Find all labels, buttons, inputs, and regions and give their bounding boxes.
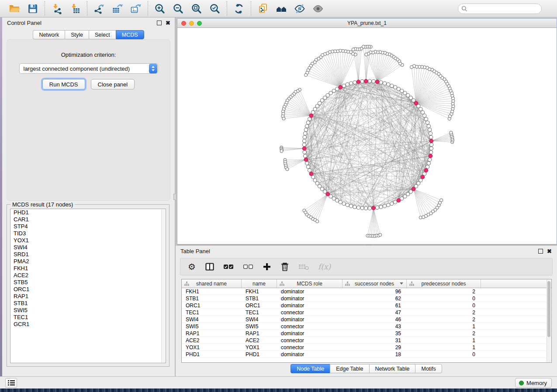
maximize-window-icon[interactable] — [197, 21, 202, 26]
cell-successor_nodes[interactable]: 43 — [343, 323, 407, 330]
cell-shared_name[interactable]: ORC1 — [182, 302, 242, 309]
table-row[interactable]: FKH1FKH1dominator962 — [182, 288, 551, 295]
cell-mcds_role[interactable]: dominator — [277, 302, 343, 309]
new-network-from-selection-icon[interactable] — [256, 2, 270, 16]
minimize-window-icon[interactable] — [189, 21, 194, 26]
cell-successor_nodes[interactable]: 62 — [343, 295, 407, 302]
network-graph[interactable] — [177, 28, 557, 244]
cell-name[interactable]: TEC1 — [242, 309, 277, 316]
cell-name[interactable]: PHD1 — [242, 351, 277, 358]
hide-selected-icon[interactable] — [293, 2, 307, 16]
deselect-all-icon[interactable] — [243, 261, 253, 272]
export-network-icon[interactable] — [92, 2, 106, 16]
mcds-list-scrollbar[interactable] — [161, 210, 165, 362]
cell-predecessor_nodes[interactable]: 0 — [407, 302, 481, 309]
mcds-result-item[interactable]: YOX1 — [10, 237, 166, 244]
cell-shared_name[interactable]: RAP1 — [182, 330, 242, 337]
cell-name[interactable]: YOX1 — [242, 344, 277, 351]
column-header-name[interactable]: name — [242, 279, 277, 288]
close-panel-button[interactable]: Close panel — [91, 79, 135, 89]
cell-predecessor_nodes[interactable]: 2 — [407, 309, 481, 316]
mcds-result-item[interactable]: STB5 — [10, 279, 166, 286]
zoom-in-icon[interactable] — [153, 2, 167, 16]
optimization-select[interactable]: largest connected component (undirected) — [19, 63, 158, 74]
tab-style[interactable]: Style — [65, 30, 89, 39]
table-row[interactable]: YOX1YOX1connector291 — [182, 344, 551, 351]
cell-shared_name[interactable]: TEC1 — [182, 309, 242, 316]
run-mcds-button[interactable]: Run MCDS — [42, 79, 85, 89]
network-window-titlebar[interactable]: YPA_prune.txt_1 — [177, 19, 557, 28]
memory-button[interactable]: Memory — [515, 378, 552, 388]
float-window-icon[interactable] — [157, 21, 162, 25]
cell-predecessor_nodes[interactable]: 1 — [407, 344, 481, 351]
cell-successor_nodes[interactable]: 46 — [343, 316, 407, 323]
cell-shared_name[interactable]: PHD1 — [182, 351, 242, 358]
zoom-out-icon[interactable] — [171, 2, 185, 16]
cell-mcds_role[interactable]: dominator — [277, 295, 343, 302]
tab-node-table[interactable]: Node Table — [291, 364, 330, 373]
cell-predecessor_nodes[interactable]: 2 — [407, 330, 481, 337]
scrollbar-thumb[interactable] — [547, 281, 550, 337]
table-row[interactable]: SWI4SWI4dominator462 — [182, 316, 551, 323]
tab-network-table[interactable]: Network Table — [369, 364, 415, 373]
cell-predecessor_nodes[interactable]: 0 — [407, 351, 481, 358]
cell-name[interactable]: FKH1 — [242, 288, 277, 295]
table-row[interactable]: PHD1PHD1dominator180 — [182, 351, 551, 358]
column-header-shared_name[interactable]: shared name — [182, 279, 242, 288]
delete-columns-icon[interactable] — [280, 261, 289, 272]
mcds-result-item[interactable]: STP4 — [10, 223, 166, 230]
cell-successor_nodes[interactable]: 35 — [343, 330, 407, 337]
mcds-result-item[interactable]: CAR1 — [10, 216, 166, 223]
zoom-selected-icon[interactable] — [208, 2, 222, 16]
cell-predecessor_nodes[interactable]: 1 — [407, 323, 481, 330]
show-all-icon[interactable] — [311, 2, 325, 16]
mcds-result-item[interactable]: PMA2 — [10, 258, 166, 265]
cell-shared_name[interactable]: ACE2 — [182, 337, 242, 344]
cell-name[interactable]: STB1 — [242, 295, 277, 302]
cell-successor_nodes[interactable]: 29 — [343, 344, 407, 351]
table-scrollbar[interactable] — [547, 280, 551, 362]
save-session-icon[interactable] — [26, 2, 40, 16]
table-row[interactable]: STB1STB1dominator620 — [182, 295, 551, 302]
cell-name[interactable]: SWI4 — [242, 316, 277, 323]
cell-name[interactable]: RAP1 — [242, 330, 277, 337]
tab-edge-table[interactable]: Edge Table — [330, 364, 369, 373]
mcds-result-item[interactable]: STB1 — [10, 300, 166, 307]
cell-mcds_role[interactable]: connector — [277, 309, 343, 316]
mcds-result-item[interactable]: GCR1 — [10, 321, 166, 328]
mcds-result-item[interactable]: SWI5 — [10, 307, 166, 314]
mcds-result-item[interactable]: FKH1 — [10, 265, 166, 272]
close-window-icon[interactable] — [181, 21, 186, 26]
mcds-result-item[interactable]: SWI4 — [10, 244, 166, 251]
cell-successor_nodes[interactable]: 31 — [343, 337, 407, 344]
cell-predecessor_nodes[interactable]: 2 — [407, 288, 481, 295]
mcds-result-item[interactable]: PHD1 — [10, 209, 166, 216]
table-row[interactable]: ORC1ORC1dominator610 — [182, 302, 551, 309]
table-row[interactable]: ACE2ACE2connector311 — [182, 337, 551, 344]
cell-mcds_role[interactable]: dominator — [277, 288, 343, 295]
cell-shared_name[interactable]: STB1 — [182, 295, 242, 302]
cell-mcds_role[interactable]: dominator — [277, 316, 343, 323]
cell-shared_name[interactable]: FKH1 — [182, 288, 242, 295]
cell-name[interactable]: ORC1 — [242, 302, 277, 309]
tab-motifs[interactable]: Motifs — [415, 364, 442, 373]
network-canvas[interactable] — [177, 28, 557, 244]
tab-network[interactable]: Network — [33, 30, 65, 39]
split-columns-icon[interactable] — [205, 261, 214, 272]
mcds-result-list[interactable]: PHD1CAR1STP4TID3YOX1SWI4SRD1PMA2FKH1ACE2… — [10, 209, 166, 363]
float-table-panel-icon[interactable] — [538, 249, 543, 254]
table-row[interactable]: TEC1TEC1connector472 — [182, 309, 551, 316]
mcds-result-item[interactable]: TEC1 — [10, 314, 166, 321]
mcds-result-item[interactable]: ORC1 — [10, 286, 166, 293]
cell-successor_nodes[interactable]: 47 — [343, 309, 407, 316]
first-neighbors-icon[interactable] — [274, 2, 288, 16]
tab-mcds[interactable]: MCDS — [116, 30, 144, 39]
close-table-panel-icon[interactable]: ✖ — [547, 248, 552, 254]
create-column-icon[interactable] — [263, 261, 271, 272]
cell-predecessor_nodes[interactable]: 2 — [407, 316, 481, 323]
cell-predecessor_nodes[interactable]: 1 — [407, 337, 481, 344]
mcds-result-item[interactable]: ACE2 — [10, 272, 166, 279]
column-header-successor_nodes[interactable]: successor nodes — [343, 279, 407, 288]
column-header-mcds_role[interactable]: MCDS role — [277, 279, 343, 288]
cell-successor_nodes[interactable]: 96 — [343, 288, 407, 295]
